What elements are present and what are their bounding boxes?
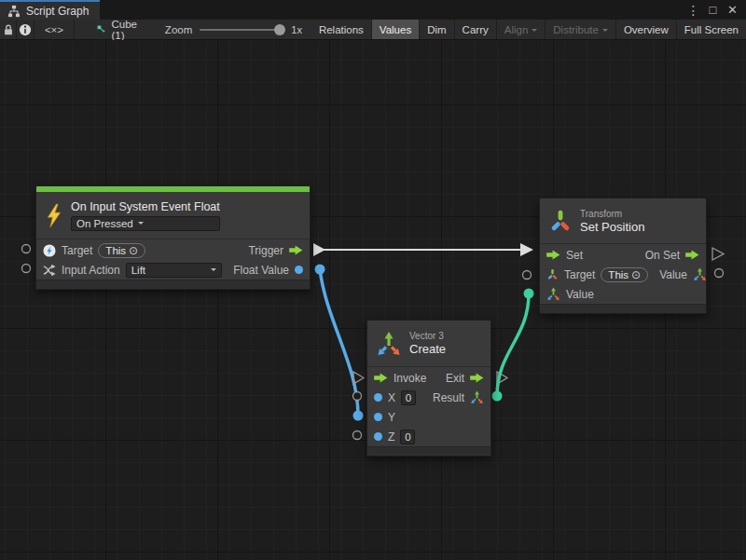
maximize-icon[interactable]: □ bbox=[705, 2, 721, 18]
zoom-slider[interactable] bbox=[200, 29, 283, 31]
row-invoke: Invoke Exit bbox=[367, 368, 490, 388]
title-bar: Script Graph ⋮ □ ✕ bbox=[0, 0, 746, 20]
port-event-action-input[interactable] bbox=[22, 265, 31, 273]
transform-icon bbox=[546, 268, 559, 280]
row-value: Value bbox=[540, 284, 706, 304]
chevron-down-icon bbox=[532, 29, 537, 34]
port-floatvalue-output[interactable] bbox=[315, 265, 325, 275]
control-arrow-icon bbox=[470, 373, 484, 383]
lock-icon bbox=[2, 23, 15, 36]
code-view-icon: <×> bbox=[45, 24, 63, 35]
input-system-event-icon bbox=[43, 244, 56, 257]
vector3-icon bbox=[546, 287, 560, 301]
port-transform-value-input[interactable] bbox=[524, 289, 534, 299]
float-value-label: Float Value bbox=[233, 264, 289, 277]
input-action-dropdown[interactable]: Lift bbox=[126, 263, 222, 278]
tab-title: Script Graph bbox=[26, 5, 89, 18]
transform-icon bbox=[548, 209, 573, 233]
port-onset-output[interactable] bbox=[712, 248, 724, 260]
vector3-icon bbox=[470, 390, 484, 404]
zoom-slider-handle[interactable] bbox=[274, 24, 285, 35]
value-port-icon bbox=[374, 393, 382, 402]
target-object-field[interactable]: This ⊙ bbox=[98, 243, 145, 258]
wire-arrowhead bbox=[520, 243, 533, 256]
exit-label: Exit bbox=[446, 372, 464, 385]
node-title: Create bbox=[409, 342, 446, 357]
port-transform-value-output[interactable] bbox=[715, 269, 724, 278]
row-y: Y bbox=[367, 407, 490, 427]
dim-button[interactable]: Dim bbox=[420, 20, 454, 39]
control-arrow-icon bbox=[546, 250, 560, 260]
input-action-icon bbox=[43, 264, 56, 277]
graph-owner-button[interactable]: Cube (1) bbox=[88, 20, 150, 39]
vector3-icon bbox=[376, 331, 402, 357]
zoom-label: Zoom bbox=[165, 24, 192, 35]
chevron-down-icon bbox=[602, 29, 608, 34]
node-footer bbox=[540, 304, 706, 313]
window-menu-icon[interactable]: ⋮ bbox=[685, 2, 701, 18]
value-port-icon bbox=[374, 432, 382, 441]
close-icon[interactable]: ✕ bbox=[725, 2, 740, 18]
code-view-toggle[interactable]: <×> bbox=[35, 20, 75, 39]
distribute-dropdown[interactable]: Distribute bbox=[546, 20, 616, 39]
control-arrow-icon bbox=[685, 250, 699, 260]
graph-canvas[interactable]: On Input System Event Float On Pressed T… bbox=[0, 40, 746, 560]
row-set: Set On Set bbox=[540, 245, 706, 265]
node-title: On Input System Event Float bbox=[71, 200, 220, 213]
graph-owner-label: Cube (1) bbox=[111, 19, 140, 41]
script-machine-icon bbox=[97, 23, 105, 35]
control-arrow-icon bbox=[374, 373, 388, 383]
carry-button[interactable]: Carry bbox=[455, 20, 497, 39]
value-port-icon bbox=[374, 413, 382, 421]
info-button[interactable] bbox=[17, 20, 34, 39]
lightning-bolt-icon bbox=[45, 203, 63, 228]
fullscreen-button[interactable]: Full Screen bbox=[677, 20, 746, 39]
object-picker-icon: ⊙ bbox=[631, 269, 641, 280]
port-event-target-input[interactable] bbox=[22, 245, 31, 253]
chevron-down-icon bbox=[211, 268, 216, 274]
row-target: Target This ⊙ Trigger bbox=[36, 240, 310, 260]
target-object-field[interactable]: This ⊙ bbox=[601, 267, 648, 282]
node-vector3-create[interactable]: Vector 3 Create Invoke Exit X 0 Result bbox=[366, 320, 491, 457]
node-footer bbox=[367, 446, 490, 456]
port-result-output[interactable] bbox=[492, 391, 503, 402]
port-transform-target-input[interactable] bbox=[523, 271, 532, 280]
vector3-icon bbox=[693, 267, 707, 281]
align-dropdown[interactable]: Align bbox=[497, 20, 546, 39]
graph-toolbar: <×> Cube (1) Zoom 1x Relations Values Di… bbox=[0, 20, 746, 40]
wire-floatvalue-to-y bbox=[320, 269, 358, 416]
chevron-down-icon bbox=[138, 222, 144, 227]
node-category: Transform bbox=[580, 208, 644, 220]
node-on-input-system-event-float[interactable]: On Input System Event Float On Pressed T… bbox=[35, 185, 311, 290]
object-picker-icon: ⊙ bbox=[129, 245, 138, 256]
result-label: Result bbox=[433, 391, 464, 404]
info-icon bbox=[19, 23, 32, 36]
row-target: Target This ⊙ Value bbox=[540, 265, 706, 284]
zoom-level: 1x bbox=[291, 24, 302, 35]
node-transform-set-position[interactable]: Transform Set Position Set On Set Target… bbox=[539, 198, 707, 314]
trigger-label: Trigger bbox=[248, 244, 283, 257]
values-button[interactable]: Values bbox=[372, 20, 420, 39]
node-title: Set Position bbox=[580, 220, 644, 235]
graph-hierarchy-icon bbox=[7, 5, 21, 18]
lock-button[interactable] bbox=[0, 20, 17, 39]
x-value-field[interactable]: 0 bbox=[401, 390, 416, 405]
value-out-label: Value bbox=[659, 268, 687, 281]
port-z-input[interactable] bbox=[353, 431, 362, 440]
row-z: Z 0 bbox=[367, 427, 490, 446]
row-x: X 0 Result bbox=[367, 388, 490, 407]
row-input-action: Input Action Lift Float Value bbox=[36, 260, 310, 280]
on-set-label: On Set bbox=[645, 249, 680, 262]
overview-button[interactable]: Overview bbox=[616, 20, 677, 39]
event-mode-dropdown[interactable]: On Pressed bbox=[71, 216, 220, 231]
relations-button[interactable]: Relations bbox=[311, 20, 372, 39]
port-y-input[interactable] bbox=[353, 411, 364, 421]
control-arrow-icon bbox=[289, 245, 303, 255]
z-value-field[interactable]: 0 bbox=[400, 430, 415, 444]
node-category: Vector 3 bbox=[409, 330, 446, 342]
port-x-input[interactable] bbox=[353, 392, 362, 401]
value-port-icon bbox=[295, 266, 303, 274]
tab-script-graph[interactable]: Script Graph bbox=[0, 0, 100, 20]
node-footer bbox=[36, 280, 310, 289]
